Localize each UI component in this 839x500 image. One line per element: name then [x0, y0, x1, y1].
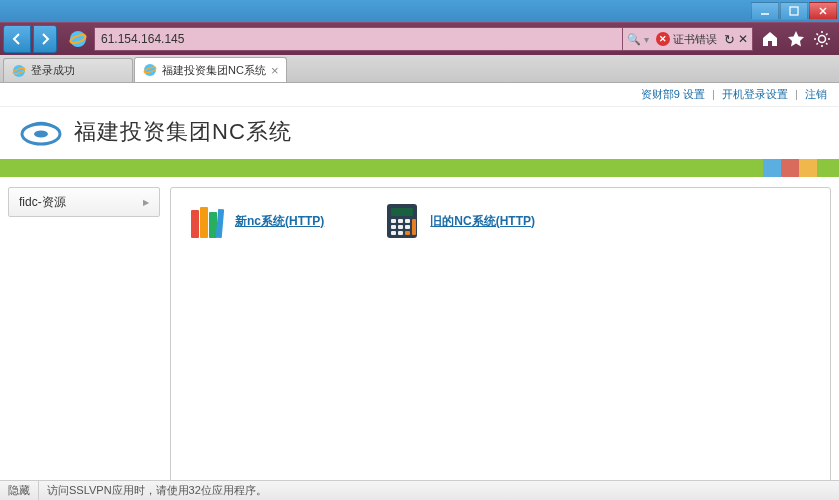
tab-nc-system[interactable]: 福建投资集团NC系统 × — [134, 57, 287, 82]
svg-rect-33 — [391, 231, 396, 235]
resource-link[interactable]: 新nc系统(HTTP) — [235, 213, 324, 230]
window-titlebar — [0, 0, 839, 22]
tab-label: 登录成功 — [31, 63, 75, 78]
calculator-icon — [384, 202, 420, 240]
tab-bar: 登录成功 福建投资集团NC系统 × — [0, 55, 839, 83]
address-bar[interactable]: 61.154.164.145 — [94, 27, 623, 51]
ie-favicon-icon — [12, 64, 26, 78]
minimize-button[interactable] — [751, 2, 779, 20]
search-icon[interactable]: 🔍 — [627, 33, 641, 46]
main-area: fidc-资源 ▶ 新nc系统(HTTP) — [0, 177, 839, 500]
sidebar-item-fidc[interactable]: fidc-资源 ▶ — [8, 187, 160, 217]
chevron-right-icon: ▶ — [143, 198, 149, 207]
startup-link[interactable]: 开机登录设置 — [722, 88, 788, 100]
svg-rect-35 — [405, 231, 410, 235]
books-icon — [189, 202, 225, 240]
status-message: 访问SSLVPN应用时，请使用32位应用程序。 — [39, 483, 275, 498]
ie-logo-icon — [68, 29, 88, 49]
favorites-icon[interactable] — [787, 30, 805, 48]
svg-point-6 — [819, 36, 826, 43]
sidebar: fidc-资源 ▶ — [8, 187, 160, 500]
svg-rect-26 — [391, 208, 413, 216]
forward-button[interactable] — [33, 25, 57, 53]
svg-rect-31 — [398, 225, 403, 229]
ie-toolbar-right — [753, 30, 839, 48]
color-block — [799, 159, 817, 177]
svg-line-14 — [826, 34, 828, 36]
address-bar-right: 🔍 ▾ ✕ 证书错误 ↻ ✕ — [623, 27, 753, 51]
color-bar — [0, 159, 839, 177]
ie-favicon-icon — [143, 63, 157, 77]
svg-line-11 — [817, 34, 819, 36]
logout-link[interactable]: 注销 — [805, 88, 827, 100]
color-block — [781, 159, 799, 177]
svg-rect-30 — [391, 225, 396, 229]
status-hide-button[interactable]: 隐藏 — [0, 481, 39, 500]
svg-rect-21 — [191, 210, 199, 238]
browser-navbar: 61.154.164.145 🔍 ▾ ✕ 证书错误 ↻ ✕ — [0, 22, 839, 55]
svg-rect-34 — [398, 231, 403, 235]
cert-error-badge[interactable]: ✕ 证书错误 — [652, 32, 721, 47]
home-icon[interactable] — [761, 30, 779, 48]
svg-line-13 — [817, 43, 819, 45]
tab-login-success[interactable]: 登录成功 — [3, 58, 133, 82]
dropdown-icon[interactable]: ▾ — [644, 34, 649, 45]
tools-icon[interactable] — [813, 30, 831, 48]
content-panel: 新nc系统(HTTP) 旧的NC系统(HTTP) — [170, 187, 831, 500]
svg-rect-1 — [790, 7, 798, 15]
svg-rect-27 — [391, 219, 396, 223]
sidebar-item-label: fidc-资源 — [19, 194, 66, 211]
resource-link[interactable]: 旧的NC系统(HTTP) — [430, 213, 535, 230]
company-logo-icon — [20, 117, 62, 147]
resource-new-nc: 新nc系统(HTTP) — [189, 202, 324, 240]
svg-line-12 — [826, 43, 828, 45]
svg-rect-29 — [405, 219, 410, 223]
tab-close-icon[interactable]: × — [271, 63, 279, 78]
refresh-button[interactable]: ↻ — [724, 32, 735, 47]
page-header: 福建投资集团NC系统 — [0, 107, 839, 159]
color-block — [817, 159, 839, 177]
svg-rect-22 — [200, 207, 208, 238]
color-block — [763, 159, 781, 177]
page-title: 福建投资集团NC系统 — [74, 117, 292, 147]
back-button[interactable] — [3, 25, 31, 53]
stop-button[interactable]: ✕ — [738, 32, 748, 46]
page-content: 资财部9 设置 | 开机登录设置 | 注销 福建投资集团NC系统 fidc-资源… — [0, 83, 839, 500]
resource-old-nc: 旧的NC系统(HTTP) — [384, 202, 535, 240]
svg-rect-36 — [412, 219, 416, 235]
svg-point-20 — [34, 131, 48, 138]
svg-rect-28 — [398, 219, 403, 223]
svg-rect-32 — [405, 225, 410, 229]
top-links: 资财部9 设置 | 开机登录设置 | 注销 — [0, 83, 839, 107]
cert-error-icon: ✕ — [656, 32, 670, 46]
cert-error-label: 证书错误 — [673, 32, 717, 47]
user-label: 资财部9 — [641, 88, 680, 100]
status-bar: 隐藏 访问SSLVPN应用时，请使用32位应用程序。 — [0, 480, 839, 500]
close-button[interactable] — [809, 2, 837, 20]
maximize-button[interactable] — [780, 2, 808, 20]
svg-rect-23 — [209, 212, 217, 238]
tab-label: 福建投资集团NC系统 — [162, 63, 266, 78]
settings-link[interactable]: 设置 — [683, 88, 705, 100]
